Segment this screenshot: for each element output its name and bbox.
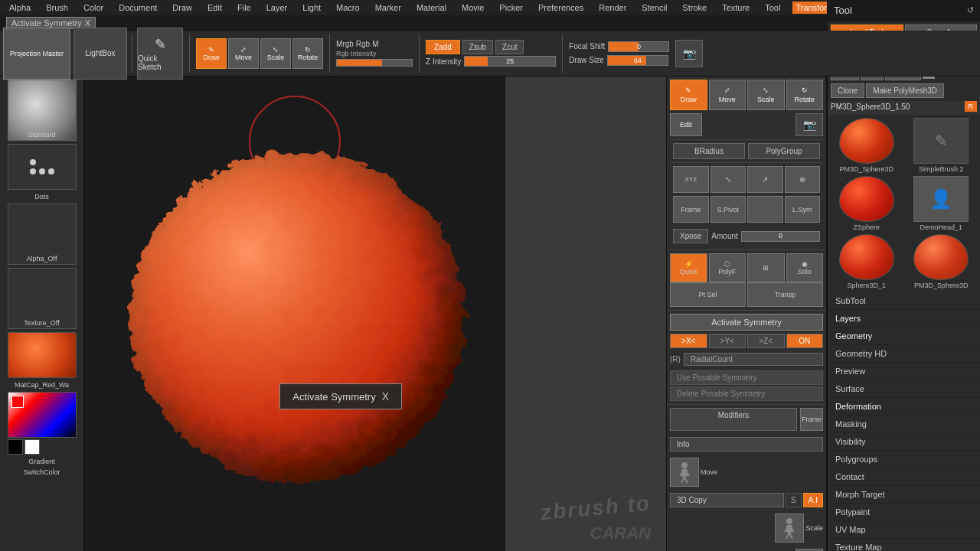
quick-button[interactable]: ⚡ Quick <box>670 253 707 282</box>
camera-snap-button[interactable]: 📷 <box>795 113 823 136</box>
white-swatch[interactable] <box>24 439 40 455</box>
menu-render[interactable]: Render <box>596 2 629 14</box>
stroke-thumbnail[interactable] <box>8 144 77 190</box>
menu-light[interactable]: Light <box>299 2 324 14</box>
solo-btn-placeholder[interactable]: ⊞ <box>747 253 785 282</box>
menu-layer[interactable]: Layer <box>263 2 291 14</box>
menu-document[interactable]: Document <box>116 2 160 14</box>
menu-file[interactable]: File <box>234 2 254 14</box>
clone-button[interactable]: Clone <box>831 83 864 98</box>
polygroups-menu-item[interactable]: Polygroups <box>828 451 980 468</box>
lsym-button[interactable]: L.Sym <box>785 196 821 223</box>
edit-button[interactable]: Edit <box>670 113 702 136</box>
move-person-icon[interactable] <box>670 458 699 487</box>
info-button[interactable]: Info <box>670 437 823 452</box>
activate-symmetry-button[interactable]: Activate Symmetry <box>670 314 823 331</box>
move-button[interactable]: ⤢ Move <box>228 38 259 69</box>
modifiers-button[interactable]: Modifiers <box>670 408 797 431</box>
menu-tool[interactable]: Tool <box>762 2 783 14</box>
solo-button[interactable]: ◉ Solo <box>786 253 824 282</box>
menu-texture[interactable]: Texture <box>719 2 753 14</box>
brush-thumbnail[interactable]: Standard <box>8 80 77 141</box>
tool-thumb-simple-brush[interactable]: ✎ SimpleBrush 2 <box>906 118 978 173</box>
tool-thumb-sphere3d-1[interactable]: Sphere3D_1 <box>831 234 903 289</box>
geometry-menu-item[interactable]: Geometry <box>828 328 980 345</box>
tool-thumb-pm3d-sphere3d-2[interactable]: PM3D_Sphere3D <box>906 234 978 289</box>
polypaint-menu-item[interactable]: Polypaint <box>828 504 980 521</box>
visibility-menu-item[interactable]: Visibility <box>828 433 980 451</box>
canvas-area[interactable]: Activate Symmetry X <box>84 77 505 551</box>
menu-stencil[interactable]: Stencil <box>639 2 670 14</box>
spivot-button[interactable]: S.Pivot <box>710 196 746 223</box>
xyz-button[interactable]: XYZ <box>673 166 709 193</box>
z-axis-button[interactable]: >Z< <box>747 334 785 348</box>
alpha-thumbnail[interactable]: Alpha_Off <box>8 204 77 265</box>
move-transform-button[interactable]: ⤢ Move <box>709 80 746 110</box>
menu-stroke[interactable]: Stroke <box>679 2 710 14</box>
tool-thumb-pm3d-sphere[interactable]: PM3D_Sphere3D <box>831 118 903 173</box>
cpivot-button[interactable]: C.Pivot <box>747 196 783 223</box>
menu-movie[interactable]: Movie <box>459 2 487 14</box>
copy-3d-button[interactable]: 3D Copy <box>670 493 784 507</box>
lightbox-button[interactable]: LightBox <box>74 28 127 80</box>
transp-button[interactable]: Transp <box>747 282 823 307</box>
preview-menu-item[interactable]: Preview <box>828 363 980 380</box>
menu-color[interactable]: Color <box>80 2 106 14</box>
texture-map-menu-item[interactable]: Texture Map <box>828 539 980 551</box>
layers-menu-item[interactable]: Layers <box>828 310 980 328</box>
draw-size-slider[interactable]: 64 <box>607 55 668 66</box>
uv-map-menu-item[interactable]: UV Map <box>828 521 980 539</box>
bradius-button[interactable]: BRadius <box>673 143 745 159</box>
m-label[interactable]: M <box>372 40 378 48</box>
zcut-button[interactable]: Zcut <box>495 40 524 54</box>
menu-draw[interactable]: Draw <box>169 2 195 14</box>
morph-target-menu-item[interactable]: Morph Target <box>828 486 980 504</box>
menu-picker[interactable]: Picker <box>496 2 526 14</box>
menu-alpha[interactable]: Alpha <box>6 2 34 14</box>
radial-count-button[interactable]: RadialCount <box>684 353 823 366</box>
focal-shift-slider[interactable]: 0 <box>608 41 669 52</box>
tooltip-close-button[interactable]: X <box>382 390 389 403</box>
rotate-transform-button[interactable]: ↻ Rotate <box>786 80 824 110</box>
rotate-button[interactable]: ↻ Rotate <box>292 38 323 69</box>
draw-transform-button[interactable]: ✎ Draw <box>670 80 707 110</box>
deformation-menu-item[interactable]: Deformation <box>828 398 980 416</box>
menu-material[interactable]: Material <box>413 2 449 14</box>
menu-preferences[interactable]: Preferences <box>535 2 586 14</box>
tool-thumb-zsphere[interactable]: ZSphere <box>831 176 903 231</box>
menu-macro[interactable]: Macro <box>333 2 363 14</box>
zadd-button[interactable]: Zadd <box>426 40 460 54</box>
menu-edit[interactable]: Edit <box>204 2 225 14</box>
rgb-label[interactable]: Rgb <box>356 40 370 48</box>
y-axis-button[interactable]: >Y< <box>709 334 746 348</box>
texture-thumbnail[interactable]: Texture_Off <box>8 268 77 329</box>
menu-brush[interactable]: Brush <box>43 2 71 14</box>
z-intensity-slider[interactable]: 25 <box>464 56 556 67</box>
use-posable-button[interactable]: Use Posable Symmetry <box>670 370 823 385</box>
color-gradient[interactable] <box>8 392 77 438</box>
projection-master-button[interactable]: Projection Master <box>3 28 70 80</box>
foreground-color[interactable] <box>11 396 24 408</box>
3d-sphere-object[interactable] <box>126 149 463 478</box>
refresh-tool-icon[interactable]: ↺ <box>967 5 974 15</box>
snapshot-button[interactable]: 📷 <box>675 40 703 67</box>
scale-transform-button[interactable]: ⤡ Scale <box>747 80 785 110</box>
frame-button[interactable]: Frame <box>673 196 709 223</box>
masking-menu-item[interactable]: Masking <box>828 416 980 433</box>
3d-viewport[interactable]: Activate Symmetry X <box>126 149 463 478</box>
zsub-button[interactable]: Zsub <box>462 40 493 54</box>
xpose-button[interactable]: Xpose <box>673 229 708 243</box>
contact-menu-item[interactable]: Contact <box>828 468 980 486</box>
switch-color-button[interactable]: SwitchColor <box>23 468 60 476</box>
delete-posable-button[interactable]: Delete Posable Symmetry <box>670 386 823 401</box>
subtool-menu-item[interactable]: SubTool <box>828 292 980 310</box>
active-symmetry-close-icon[interactable]: X <box>85 18 90 28</box>
matcap-thumbnail[interactable] <box>8 332 77 378</box>
pm3d-r-button[interactable]: R <box>965 101 978 112</box>
ptsel-button[interactable]: Pt Sel <box>670 282 746 307</box>
menu-marker[interactable]: Marker <box>372 2 404 14</box>
color-picker[interactable] <box>8 392 77 455</box>
scale-person-icon[interactable] <box>775 514 804 543</box>
polyf-button[interactable]: ⬡ PolyF <box>709 253 746 282</box>
quick-sketch-button[interactable]: ✎ Quick Sketch <box>137 28 183 80</box>
